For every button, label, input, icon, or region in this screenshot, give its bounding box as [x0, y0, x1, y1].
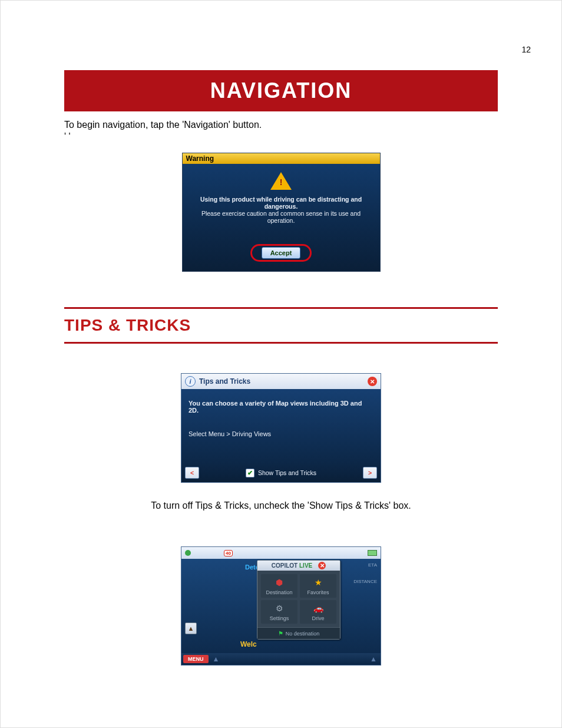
- drive-button[interactable]: 🚗 Drive: [300, 600, 336, 624]
- favorites-button[interactable]: ★ Favorites: [300, 574, 336, 598]
- distance-label: DISTANCE: [353, 579, 377, 584]
- section-rule-top: [64, 307, 498, 309]
- zoom-button[interactable]: ▲: [185, 622, 197, 634]
- no-destination-label: No destination: [286, 631, 320, 637]
- warning-dialog: Warning ! Using this product while drivi…: [182, 153, 381, 272]
- flag-icon: ⚑: [278, 630, 283, 637]
- copilot-popup: COPILOT LIVE ✕ ⬢ Destination ★ Favorites: [257, 560, 340, 640]
- show-tips-label: Show Tips and Tricks: [258, 469, 316, 476]
- warning-line1: Using this product while driving can be …: [190, 196, 373, 210]
- shield-icon: ⬢: [261, 577, 297, 588]
- show-tips-checkbox[interactable]: ✔: [246, 469, 254, 477]
- tips-next-button[interactable]: >: [363, 467, 377, 479]
- close-icon[interactable]: ✕: [368, 377, 377, 386]
- accept-highlight-ring: Accept: [250, 244, 312, 262]
- tips-line2: Select Menu > Driving Views: [189, 430, 373, 437]
- page-number: 12: [521, 45, 531, 54]
- bottombar-tri-right-icon: ▲: [370, 655, 377, 663]
- tips-dialog: i Tips and Tricks ✕ You can choose a var…: [181, 373, 381, 483]
- warning-title: Warning: [183, 153, 380, 164]
- warning-line2: Please exercise caution and common sense…: [190, 210, 373, 224]
- battery-icon: [368, 550, 377, 556]
- intro-sub: ' ': [64, 131, 498, 142]
- warning-triangle-icon: !: [270, 172, 292, 190]
- info-icon: i: [185, 376, 196, 387]
- gps-icon: [185, 550, 191, 556]
- section-banner-navigation: NAVIGATION: [64, 70, 498, 111]
- intro-text: To begin navigation, tap the 'Navigation…: [64, 120, 498, 130]
- destination-button[interactable]: ⬢ Destination: [261, 574, 297, 598]
- tips-line1: You can choose a variety of Map views in…: [189, 400, 373, 414]
- car-icon: 🚗: [300, 602, 336, 614]
- welcome-label: Welc: [240, 640, 257, 648]
- section-heading-tips: TIPS & TRICKS: [64, 316, 498, 335]
- bottombar-tri-left-icon: ▲: [213, 655, 220, 663]
- menu-button[interactable]: MENU: [183, 655, 209, 663]
- accept-button[interactable]: Accept: [262, 247, 301, 259]
- tips-note: To turn off Tips & Tricks, uncheck the '…: [64, 500, 498, 511]
- gear-icon: ⚙: [261, 602, 297, 614]
- copilot-screenshot: 40 Determ ETA DISTANCE COPILOT LIVE ✕: [181, 546, 381, 666]
- section-rule-bottom: [64, 342, 498, 344]
- settings-button[interactable]: ⚙ Settings: [261, 600, 297, 624]
- copilot-brand: COPILOT LIVE: [272, 562, 312, 569]
- eta-label: ETA: [368, 562, 377, 568]
- speed-sign-icon: 40: [224, 550, 233, 556]
- status-bar: 40: [181, 547, 381, 559]
- tips-prev-button[interactable]: <: [185, 467, 199, 479]
- popup-close-icon[interactable]: ✕: [318, 562, 326, 569]
- star-icon: ★: [300, 577, 336, 588]
- tips-header-label: Tips and Tricks: [199, 377, 250, 386]
